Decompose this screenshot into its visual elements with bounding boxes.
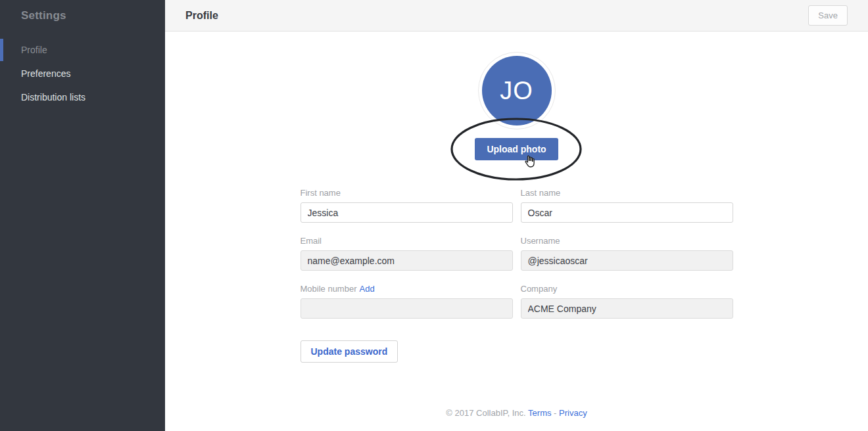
sidebar-item-profile[interactable]: Profile — [0, 38, 165, 62]
update-password-row: Update password — [301, 340, 733, 363]
field-last-name: Last name — [521, 188, 733, 223]
terms-link[interactable]: Terms — [528, 408, 551, 418]
company-field — [521, 298, 733, 319]
sidebar-item-distribution-lists[interactable]: Distribution lists — [0, 85, 165, 109]
last-name-label: Last name — [521, 188, 733, 198]
page-footer: © 2017 CollabIP, Inc. Terms - Privacy — [165, 408, 868, 418]
avatar-section: JO — [165, 52, 868, 129]
save-button[interactable]: Save — [808, 5, 848, 26]
settings-app: Settings Profile Preferences Distributio… — [0, 0, 868, 431]
profile-form: First name Last name Email Username Mobi… — [301, 188, 733, 319]
first-name-label: First name — [301, 188, 513, 198]
page-header: Profile Save — [165, 0, 868, 32]
field-mobile-number: Mobile numberAdd — [301, 284, 513, 319]
username-label: Username — [521, 236, 733, 246]
sidebar-nav: Profile Preferences Distribution lists — [0, 38, 165, 109]
last-name-input[interactable] — [521, 202, 733, 223]
sidebar-item-label: Preferences — [21, 68, 70, 79]
footer-separator: - — [554, 408, 556, 418]
field-email: Email — [301, 236, 513, 271]
main-area: Profile Save JO Upload photo — [165, 0, 868, 431]
field-company: Company — [521, 284, 733, 319]
email-label: Email — [301, 236, 513, 246]
email-field — [301, 250, 513, 271]
avatar-ring: JO — [478, 52, 556, 129]
add-mobile-link[interactable]: Add — [360, 284, 375, 294]
avatar: JO — [482, 56, 552, 125]
page-title: Profile — [185, 10, 218, 22]
sidebar-item-label: Distribution lists — [21, 92, 85, 102]
upload-photo-row: Upload photo — [165, 138, 868, 160]
mobile-number-label-text: Mobile number — [301, 284, 357, 294]
field-username: Username — [521, 236, 733, 271]
field-first-name: First name — [301, 188, 513, 223]
sidebar-title: Settings — [0, 9, 165, 38]
username-field — [521, 250, 733, 271]
update-password-button[interactable]: Update password — [301, 340, 398, 363]
mobile-number-label: Mobile numberAdd — [301, 284, 513, 294]
first-name-input[interactable] — [301, 202, 513, 223]
sidebar: Settings Profile Preferences Distributio… — [0, 0, 165, 431]
upload-photo-button[interactable]: Upload photo — [475, 138, 558, 160]
privacy-link[interactable]: Privacy — [559, 408, 587, 418]
profile-content: JO Upload photo First name — [165, 32, 868, 431]
sidebar-item-label: Profile — [21, 45, 47, 55]
copyright-text: © 2017 CollabIP, Inc. — [446, 408, 525, 418]
mobile-number-field — [301, 298, 513, 319]
company-label: Company — [521, 284, 733, 294]
sidebar-item-preferences[interactable]: Preferences — [0, 62, 165, 85]
upload-photo-annotated: Upload photo — [475, 138, 558, 160]
